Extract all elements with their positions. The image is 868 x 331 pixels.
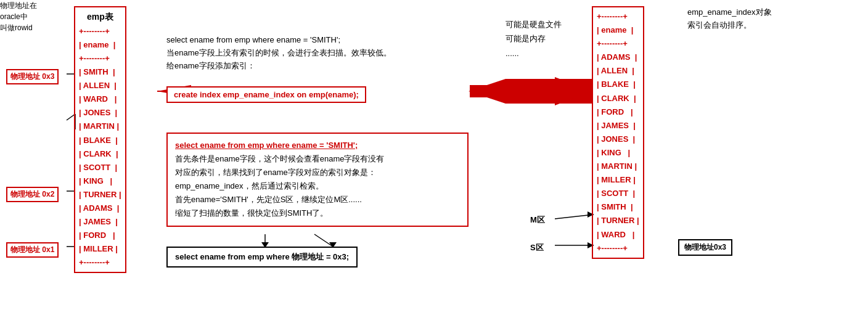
emp-table-row: | ADAMS | xyxy=(79,202,121,215)
emp-table-row: | SCOTT | xyxy=(79,161,121,174)
emp-table-row: | WARD | xyxy=(79,92,121,106)
emp-table-row: | TURNER | xyxy=(79,188,121,202)
index-table-title: emp_ename_index对象 索引会自动排序。 xyxy=(687,6,772,32)
emp-table-row: +--------+ xyxy=(79,256,121,269)
explain-2: 对应的索引，结果找到了ename字段对应的索引对象是： xyxy=(175,166,460,179)
index-table-row: | CLARK | xyxy=(597,92,639,105)
index-table-row: | BLAKE | xyxy=(597,78,639,91)
index-table-row: | WARD | xyxy=(597,228,639,242)
index-table-row: | KING | xyxy=(597,146,639,160)
select-physical-text: select ename from emp where 物理地址 = 0x3; xyxy=(175,252,349,261)
emp-table-row: | MILLER | xyxy=(79,242,121,256)
physical-addr-right: 物理地址0x3 xyxy=(678,239,732,256)
zone-s-label: S区 xyxy=(530,242,544,253)
emp-table-row: | ALLEN | xyxy=(79,79,121,92)
rowid-text: 物理地址在oracle中叫做rowid xyxy=(0,1,37,32)
zone-m-label: M区 xyxy=(530,215,545,226)
index-table-row: | JONES | xyxy=(597,133,639,146)
explain-3: emp_ename_index，然后通过索引检索。 xyxy=(175,179,460,193)
emp-table-row: +--------+ xyxy=(79,52,121,65)
emp-table-row: | SMITH | xyxy=(79,65,121,79)
emp-table-row: | CLARK | xyxy=(79,147,121,161)
select-stmt-1: select ename from emp where ename = 'SMI… xyxy=(166,34,469,47)
physical-addr-0x1-label: 物理地址 0x1 xyxy=(6,242,59,258)
emp-table-row: | MARTIN | xyxy=(79,120,121,133)
svg-marker-7 xyxy=(469,79,506,104)
explain-5: 缩短了扫描的数量，很快定位到SMITH了。 xyxy=(175,206,460,220)
cloud-line-3: ...... xyxy=(506,46,562,60)
svg-marker-8 xyxy=(506,79,592,104)
index-table-row: | SMITH | xyxy=(597,200,639,214)
cloud-description: 可能是硬盘文件 可能是内存 ...... xyxy=(506,17,562,60)
select-physical-box: select ename from emp where 物理地址 = 0x3; xyxy=(166,247,358,268)
svg-line-15 xyxy=(555,215,594,219)
desc-line-1: 当ename字段上没有索引的时候，会进行全表扫描。效率较低。 xyxy=(166,47,469,60)
index-title-line1: emp_ename_index对象 xyxy=(687,6,772,19)
index-table-row: | ADAMS | xyxy=(597,51,639,64)
index-table-row: | ename | xyxy=(597,23,639,37)
index-table-row: | FORD | xyxy=(597,105,639,119)
cloud-line-1: 可能是硬盘文件 xyxy=(506,17,562,31)
explain-4: 首先ename='SMITH'，先定位S区，继续定位M区...... xyxy=(175,193,460,206)
create-index-box: create index emp_ename_index on emp(enam… xyxy=(166,86,366,103)
emp-table-row: | FORD | xyxy=(79,229,121,242)
emp-table-row: | BLAKE | xyxy=(79,134,121,147)
index-table: +--------+ | ename | +--------+ | ADAMS … xyxy=(592,6,644,259)
index-table-row: | MARTIN | xyxy=(597,160,639,173)
index-table-row: +--------+ xyxy=(597,242,639,255)
index-table-row: | ALLEN | xyxy=(597,64,639,78)
emp-table-row: +--------+ xyxy=(79,25,121,38)
emp-table-row: | JAMES | xyxy=(79,215,121,229)
cloud-line-2: 可能是内存 xyxy=(506,31,562,46)
emp-table-row: | JONES | xyxy=(79,106,121,120)
emp-table-row: | KING | xyxy=(79,174,121,188)
select-explain-box: select ename from emp where ename = 'SMI… xyxy=(166,133,469,227)
index-table-row: +--------+ xyxy=(597,10,639,23)
explain-1: 首先条件是ename字段，这个时候会查看ename字段有没有 xyxy=(175,152,460,166)
index-table-row: | JAMES | xyxy=(597,119,639,133)
emp-table-title: emp表 xyxy=(79,10,121,25)
emp-table-row: | ename | xyxy=(79,38,121,52)
index-title-line2: 索引会自动排序。 xyxy=(687,19,772,32)
middle-description: select ename from emp where ename = 'SMI… xyxy=(166,34,469,72)
desc-line-2: 给ename字段添加索引： xyxy=(166,60,469,73)
physical-addr-0x2-label: 物理地址 0x2 xyxy=(6,187,59,202)
emp-table: emp表 +--------+ | ename | +--------+ | S… xyxy=(74,6,126,273)
index-table-row: +--------+ xyxy=(597,37,639,51)
physical-addr-0x3-label: 物理地址 0x3 xyxy=(6,69,59,84)
svg-line-13 xyxy=(314,234,333,247)
select-underline: select ename from emp where ename = 'SMI… xyxy=(175,139,460,152)
svg-marker-10 xyxy=(470,77,592,105)
index-table-row: | MILLER | xyxy=(597,173,639,187)
create-index-text: create index emp_ename_index on emp(enam… xyxy=(174,90,359,99)
index-table-row: | TURNER | xyxy=(597,214,639,227)
index-table-row: | SCOTT | xyxy=(597,187,639,200)
